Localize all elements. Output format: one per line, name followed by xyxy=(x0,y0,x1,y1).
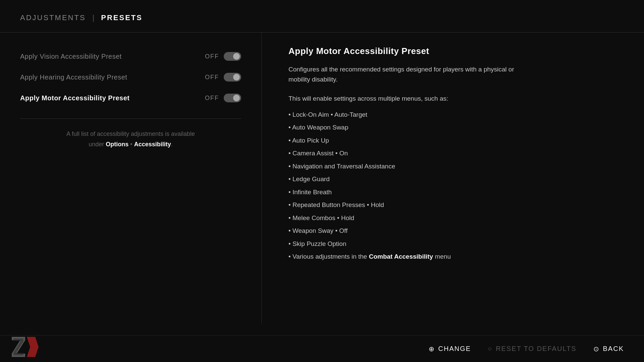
separator xyxy=(20,118,241,119)
list-item: Lock-On Aim • Auto-Target xyxy=(288,108,617,121)
note-bullet: • xyxy=(128,141,134,148)
list-item: Repeated Button Presses • Hold xyxy=(288,199,617,212)
options-link[interactable]: Options xyxy=(106,141,128,148)
detail-title: Apply Motor Accessibility Preset xyxy=(288,46,617,56)
reset-icon: ○ xyxy=(488,345,492,353)
hearing-preset-label: Apply Hearing Accessibility Preset xyxy=(20,73,127,81)
reset-button[interactable]: ○ RESET TO DEFAULTS xyxy=(488,345,576,353)
motor-preset-label: Apply Motor Accessibility Preset xyxy=(20,94,129,102)
main-content: Apply Vision Accessibility Preset OFF Ap… xyxy=(0,33,644,324)
vision-toggle[interactable] xyxy=(224,52,241,61)
accessibility-note: A full list of accessibility adjustments… xyxy=(20,129,241,149)
list-item[interactable]: Apply Hearing Accessibility Preset OFF xyxy=(20,67,241,88)
vision-toggle-label: OFF xyxy=(205,53,219,60)
list-item: Melee Combos • Hold xyxy=(288,212,617,225)
preset-list: Apply Vision Accessibility Preset OFF Ap… xyxy=(20,46,241,108)
note-suffix: . xyxy=(171,141,173,148)
logo xyxy=(10,335,40,359)
vision-preset-label: Apply Vision Accessibility Preset xyxy=(20,53,122,60)
detail-list: Lock-On Aim • Auto-Target Auto Weapon Sw… xyxy=(288,108,617,263)
change-label: CHANGE xyxy=(438,345,471,353)
detail-description: Configures all the recommended settings … xyxy=(288,64,523,85)
back-button[interactable]: ⊙ BACK xyxy=(593,345,624,353)
list-item-last: Various adjustments in the Combat Access… xyxy=(288,250,617,263)
footer: ⊕ CHANGE ○ RESET TO DEFAULTS ⊙ BACK xyxy=(0,335,644,362)
motor-toggle[interactable] xyxy=(224,94,241,102)
reset-label: RESET TO DEFAULTS xyxy=(496,345,576,353)
list-item: Auto Pick Up xyxy=(288,134,617,147)
hearing-toggle-container: OFF xyxy=(205,73,241,82)
header-presets[interactable]: PRESETS xyxy=(101,13,143,22)
note-line2-prefix: under xyxy=(89,141,106,148)
svg-marker-2 xyxy=(13,339,23,355)
left-panel: Apply Vision Accessibility Preset OFF Ap… xyxy=(0,33,262,324)
back-label: BACK xyxy=(603,345,624,353)
list-item: Navigation and Traversal Assistance xyxy=(288,160,617,173)
detail-intro: This will enable settings across multipl… xyxy=(288,95,617,102)
last-item-bold: Combat Accessibility xyxy=(369,253,433,260)
header-divider: | xyxy=(93,13,95,22)
list-item: Auto Weapon Swap xyxy=(288,121,617,134)
header: ADJUSTMENTS | PRESETS xyxy=(0,0,644,33)
motor-toggle-container: OFF xyxy=(205,94,241,102)
change-icon: ⊕ xyxy=(429,345,435,353)
list-item[interactable]: Apply Motor Accessibility Preset OFF xyxy=(20,88,241,108)
last-item-prefix: Various adjustments in the xyxy=(292,253,369,260)
vision-toggle-container: OFF xyxy=(205,52,241,61)
last-item-suffix: menu xyxy=(433,253,451,260)
list-item: Skip Puzzle Option xyxy=(288,238,617,251)
change-button[interactable]: ⊕ CHANGE xyxy=(429,345,471,353)
back-icon: ⊙ xyxy=(593,345,600,353)
list-item: Infinite Breath xyxy=(288,186,617,199)
list-item: Weapon Sway • Off xyxy=(288,224,617,238)
hearing-toggle[interactable] xyxy=(224,73,241,82)
header-adjustments[interactable]: ADJUSTMENTS xyxy=(20,13,86,22)
list-item: Ledge Guard xyxy=(288,173,617,186)
svg-marker-1 xyxy=(27,337,39,357)
right-panel: Apply Motor Accessibility Preset Configu… xyxy=(262,33,644,324)
motor-toggle-label: OFF xyxy=(205,95,219,102)
list-item[interactable]: Apply Vision Accessibility Preset OFF xyxy=(20,46,241,67)
hearing-toggle-label: OFF xyxy=(205,74,219,81)
list-item: Camera Assist • On xyxy=(288,147,617,160)
accessibility-link[interactable]: Accessibility xyxy=(134,141,171,148)
note-line1: A full list of accessibility adjustments… xyxy=(66,131,195,137)
